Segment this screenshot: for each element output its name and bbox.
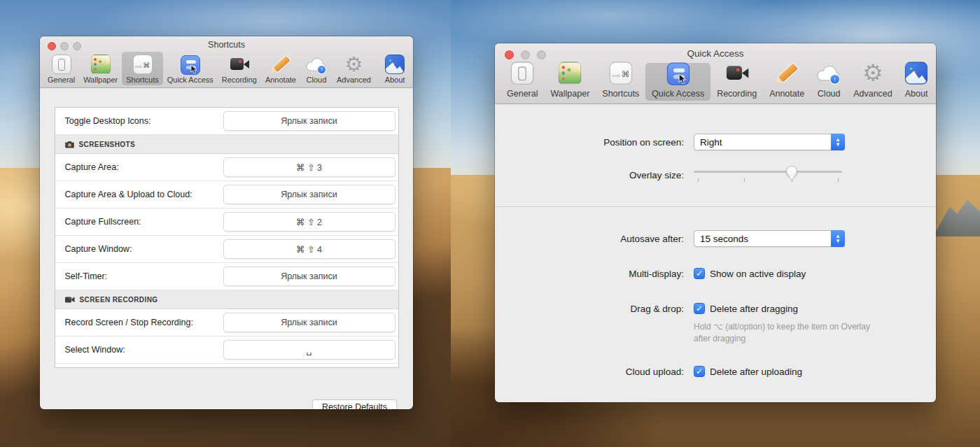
shortcuts-list: Toggle Desktop Icons: Ярлык записи SCREE… <box>55 107 399 368</box>
shortcut-recorder-button[interactable]: Ярлык записи <box>223 267 396 286</box>
quick-access-icon <box>181 55 200 75</box>
close-button[interactable] <box>48 42 56 50</box>
cloud-upload-row: Cloud upload: ✓ Delete after uploading <box>509 366 922 377</box>
multi-display-label: Multi-display: <box>509 269 684 279</box>
camera-icon <box>65 141 74 148</box>
toolbar-item-advanced[interactable]: ⚙ Advanced <box>332 52 375 85</box>
toolbar-item-about[interactable]: About <box>899 62 934 101</box>
toolbar-item-advanced[interactable]: ⚙ Advanced <box>847 62 899 101</box>
toolbar-item-annotate[interactable]: Annotate <box>763 62 811 101</box>
cloud-upload-checkbox[interactable]: ✓ <box>694 366 705 377</box>
list-partial-row <box>55 364 398 367</box>
upload-arrow-icon: ↑ <box>830 74 840 85</box>
toolbar-item-annotate[interactable]: Annotate <box>261 52 300 85</box>
about-app-icon <box>384 54 405 75</box>
shortcut-label: Capture Area: <box>65 162 223 172</box>
minimize-button[interactable] <box>60 42 69 50</box>
camcorder-icon <box>65 296 75 304</box>
quick-access-icon <box>666 63 689 85</box>
titlebar: Shortcuts General Wallpaper cmd⌘ Shortcu… <box>40 36 413 88</box>
restore-defaults-button[interactable]: Restore Defaults <box>312 399 397 409</box>
shortcut-label: Select Window: <box>65 345 223 355</box>
wallpaper-icon <box>558 61 582 85</box>
autosave-row: Autosave after: 15 seconds ▴ ▾ <box>509 230 922 247</box>
overlay-size-slider[interactable] <box>694 164 842 185</box>
section-header-screen-recording: SCREEN RECORDING <box>55 290 398 309</box>
drag-drop-row: Drag & drop: ✓ Delete after dragging <box>509 303 922 314</box>
preferences-toolbar: General Wallpaper cmd⌘ Shortcuts Quick A… <box>495 59 936 104</box>
slider-track[interactable] <box>694 171 842 173</box>
multi-display-row: Multi-display: ✓ Show on active display <box>509 268 922 279</box>
toolbar-item-shortcuts[interactable]: cmd⌘ Shortcuts <box>122 52 162 85</box>
drag-drop-label: Drag & drop: <box>509 304 684 314</box>
shortcuts-icon: cmd⌘ <box>132 54 153 75</box>
section-divider <box>495 206 936 207</box>
shortcut-recorder-button[interactable]: ⌘ ⇧ 4 <box>223 239 396 259</box>
preferences-toolbar: General Wallpaper cmd⌘ Shortcuts Quick A… <box>40 50 413 87</box>
shortcut-label: Record Screen / Stop Recording: <box>65 318 223 327</box>
zoom-button[interactable] <box>537 50 546 59</box>
toolbar-item-general[interactable]: General <box>43 52 79 85</box>
slider-thumb[interactable] <box>786 166 797 177</box>
position-label: Position on screen: <box>509 137 684 148</box>
shortcut-row: Record Screen / Stop Recording: Ярлык за… <box>55 309 398 336</box>
position-select[interactable]: Right ▴ ▾ <box>694 134 845 150</box>
shortcut-recorder-button[interactable]: ⌘ ⇧ 3 <box>223 157 396 177</box>
toolbar-item-wallpaper[interactable]: Wallpaper <box>79 52 122 85</box>
shortcut-recorder-button[interactable]: Ярлык записи <box>223 111 396 131</box>
shortcuts-icon: cmd⌘ <box>608 61 633 85</box>
recording-icon <box>229 54 250 75</box>
minimize-button[interactable] <box>521 50 530 59</box>
overlay-size-row: Overlay size: <box>509 164 922 185</box>
shortcut-recorder-button[interactable]: Ярлык записи <box>223 185 396 204</box>
shortcut-recorder-button[interactable]: Ярлык записи <box>223 313 396 332</box>
close-button[interactable] <box>505 50 514 59</box>
position-row: Position on screen: Right ▴ ▾ <box>509 134 922 150</box>
multi-display-checkbox[interactable]: ✓ <box>694 268 705 279</box>
zoom-button[interactable] <box>73 42 81 50</box>
toolbar-item-cloud[interactable]: ↑ Cloud <box>300 52 332 85</box>
pencil-icon <box>270 54 291 75</box>
toolbar-item-recording[interactable]: Recording <box>710 62 763 101</box>
shortcut-label: Self-Timer: <box>65 271 223 281</box>
cloud-upload-label: Cloud upload: <box>509 367 684 377</box>
drag-drop-option: Delete after dragging <box>710 304 798 314</box>
check-icon: ✓ <box>696 269 703 278</box>
toolbar-item-recording[interactable]: Recording <box>218 52 261 85</box>
shortcut-recorder-button[interactable]: ⌘ ⇧ 2 <box>223 212 396 232</box>
toolbar-item-quick-access[interactable]: Quick Access <box>645 63 710 101</box>
toolbar-item-shortcuts[interactable]: cmd⌘ Shortcuts <box>596 62 645 101</box>
toolbar-item-wallpaper[interactable]: Wallpaper <box>544 62 596 101</box>
cloud-upload-option: Delete after uploading <box>710 367 802 377</box>
shortcut-row: Capture Fullscreen: ⌘ ⇧ 2 <box>55 208 398 236</box>
about-app-icon <box>904 61 929 85</box>
cloud-icon: ↑ <box>815 61 842 85</box>
cloud-icon: ↑ <box>304 54 328 75</box>
chevron-down-icon: ▾ <box>836 142 840 147</box>
shortcut-row: Select Window: ␣ <box>55 336 398 364</box>
check-icon: ✓ <box>696 304 703 313</box>
section-header-screenshots: SCREENSHOTS <box>55 135 398 154</box>
gear-icon: ⚙ <box>343 54 364 75</box>
drag-drop-checkbox[interactable]: ✓ <box>694 303 705 314</box>
shortcut-row: Toggle Desktop Icons: Ярлык записи <box>55 108 398 135</box>
shortcut-row: Capture Area & Upload to Cloud: Ярлык за… <box>55 181 398 208</box>
toolbar-item-quick-access[interactable]: Quick Access <box>163 53 218 85</box>
autosave-select[interactable]: 15 seconds ▴ ▾ <box>694 230 845 247</box>
toolbar-item-about[interactable]: About <box>380 52 410 85</box>
general-icon <box>510 61 535 85</box>
autosave-label: Autosave after: <box>509 234 684 244</box>
check-icon: ✓ <box>696 367 703 376</box>
shortcut-label: Toggle Desktop Icons: <box>65 116 223 126</box>
quick-access-window: Quick Access General Wallpaper cmd⌘ Shor… <box>495 43 936 402</box>
pencil-icon <box>775 61 799 85</box>
cursor-arrow-icon <box>678 74 688 85</box>
multi-display-option: Show on active display <box>710 269 806 279</box>
shortcut-recorder-button[interactable]: ␣ <box>223 340 396 360</box>
shortcuts-window: Shortcuts General Wallpaper cmd⌘ Shortcu… <box>40 36 413 409</box>
stepper-icon: ▴ ▾ <box>831 230 845 247</box>
toolbar-item-general[interactable]: General <box>500 62 544 101</box>
titlebar: Quick Access General Wallpaper cmd⌘ Shor… <box>495 43 936 104</box>
toolbar-item-cloud[interactable]: ↑ Cloud <box>811 62 847 101</box>
traffic-lights <box>505 50 546 59</box>
